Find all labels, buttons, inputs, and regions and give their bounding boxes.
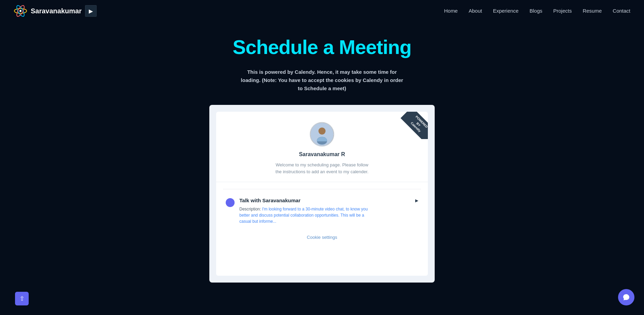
navbar: Saravanakumar ▶ Home About Experience Bl…: [0, 0, 644, 22]
event-section: Talk with Saravanakumar Description: I'm…: [216, 182, 428, 227]
event-chevron-icon: ▶: [415, 198, 418, 203]
brand-name: Saravanakumar: [31, 7, 82, 15]
event-description: Description: I'm looking forward to a 30…: [239, 206, 369, 224]
atom-icon: [14, 4, 27, 18]
nav-experience[interactable]: Experience: [493, 8, 519, 14]
powered-by-badge: POWERED BYCalendly: [401, 112, 428, 139]
powered-by-text: POWERED BYCalendly: [401, 112, 428, 139]
main-content: Schedule a Meeting This is powered by Ca…: [0, 22, 644, 303]
scroll-top-button[interactable]: ⇧: [15, 292, 29, 305]
page-subtitle: This is powered by Calendy. Hence, it ma…: [240, 68, 404, 93]
nav-contact[interactable]: Contact: [613, 8, 630, 14]
event-dot: [226, 198, 235, 207]
avatar: [310, 122, 334, 147]
chat-button[interactable]: [618, 289, 634, 305]
profile-name: Saravanakumar R: [299, 151, 345, 158]
nav-projects[interactable]: Projects: [553, 8, 572, 14]
nav-home[interactable]: Home: [444, 8, 458, 14]
event-item[interactable]: Talk with Saravanakumar Description: I'm…: [223, 195, 421, 227]
nav-about[interactable]: About: [468, 8, 482, 14]
svg-point-5: [319, 127, 326, 135]
calendly-widget-outer: POWERED BYCalendly Saravanakumar R: [209, 105, 435, 283]
nav-resume[interactable]: Resume: [583, 8, 602, 14]
avatar-image: [310, 122, 334, 147]
page-title: Schedule a Meeting: [233, 36, 411, 58]
nav-links: Home About Experience Blogs Projects Res…: [444, 8, 630, 14]
event-text-block: Talk with Saravanakumar Description: I'm…: [239, 197, 418, 224]
nav-blogs[interactable]: Blogs: [530, 8, 543, 14]
calendly-widget-inner: POWERED BYCalendly Saravanakumar R: [216, 112, 428, 276]
svg-point-3: [19, 10, 22, 12]
event-divider: [223, 189, 421, 189]
brand-section: Saravanakumar ▶: [14, 4, 97, 18]
play-button[interactable]: ▶: [85, 5, 97, 17]
cookie-settings: Cookie settings: [216, 227, 428, 240]
event-title: Talk with Saravanakumar: [239, 197, 418, 203]
profile-section: Saravanakumar R Welcome to my scheduling…: [216, 112, 428, 182]
chat-icon: [622, 293, 630, 301]
profile-description: Welcome to my scheduling page. Please fo…: [274, 162, 370, 175]
cookie-settings-link[interactable]: Cookie settings: [307, 235, 337, 240]
